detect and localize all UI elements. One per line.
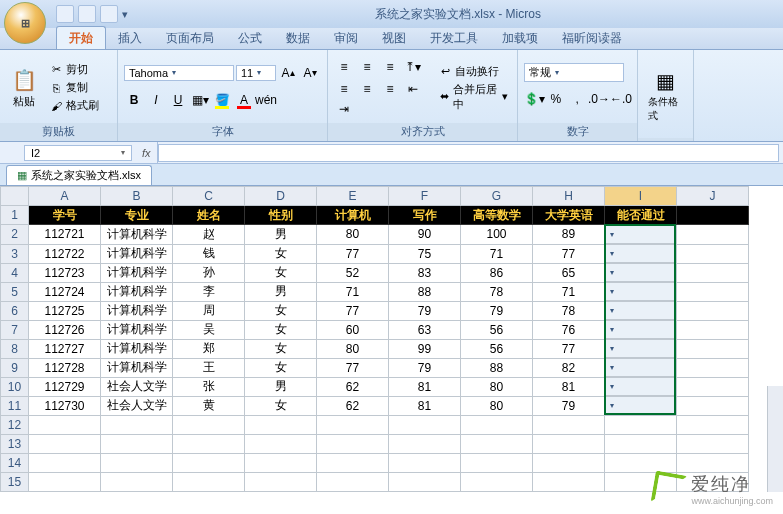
- cell-C7[interactable]: 吴: [173, 320, 245, 339]
- cell-E4[interactable]: 52: [317, 263, 389, 282]
- format-painter-button[interactable]: 🖌格式刷: [46, 97, 102, 114]
- cell-I5[interactable]: [605, 282, 676, 301]
- merge-center-button[interactable]: ⬌合并后居中▾: [435, 81, 511, 113]
- tab-7[interactable]: 开发工具: [418, 27, 490, 49]
- cell-I11[interactable]: [605, 396, 676, 415]
- cell-H12[interactable]: [533, 416, 605, 435]
- formula-input[interactable]: [158, 144, 779, 162]
- col-header-F[interactable]: F: [389, 187, 461, 206]
- cell-A8[interactable]: 112727: [29, 339, 101, 358]
- cell-G8[interactable]: 56: [461, 339, 533, 358]
- cell-I2[interactable]: [605, 225, 676, 244]
- cell-D10[interactable]: 男: [245, 377, 317, 396]
- cell-E15[interactable]: [317, 473, 389, 492]
- cell-F10[interactable]: 81: [389, 377, 461, 396]
- row-header-15[interactable]: 15: [1, 473, 29, 492]
- copy-button[interactable]: ⎘复制: [46, 79, 102, 96]
- cell-G10[interactable]: 80: [461, 377, 533, 396]
- italic-button[interactable]: I: [146, 90, 166, 110]
- cell-C13[interactable]: [173, 435, 245, 454]
- col-header-H[interactable]: H: [533, 187, 605, 206]
- col-header-E[interactable]: E: [317, 187, 389, 206]
- cell-B2[interactable]: 计算机科学: [101, 225, 173, 245]
- indent-inc-button[interactable]: ⇥: [334, 99, 354, 119]
- col-header-C[interactable]: C: [173, 187, 245, 206]
- font-name-select[interactable]: Tahoma: [124, 65, 234, 81]
- cell-A7[interactable]: 112726: [29, 320, 101, 339]
- cell-G11[interactable]: 80: [461, 396, 533, 416]
- cell-A10[interactable]: 112729: [29, 377, 101, 396]
- cell-I3[interactable]: [605, 244, 676, 263]
- cell-A1[interactable]: 学号: [29, 206, 101, 225]
- cell-D11[interactable]: 女: [245, 396, 317, 416]
- cell-B13[interactable]: [101, 435, 173, 454]
- tab-5[interactable]: 审阅: [322, 27, 370, 49]
- font-size-select[interactable]: 11: [236, 65, 276, 81]
- dec-decimal-button[interactable]: ←.0: [611, 89, 631, 109]
- name-box[interactable]: I2: [24, 145, 132, 161]
- row-header-9[interactable]: 9: [1, 358, 29, 377]
- cell-F11[interactable]: 81: [389, 396, 461, 416]
- cell-F15[interactable]: [389, 473, 461, 492]
- cell-J13[interactable]: [677, 435, 749, 454]
- cell-D6[interactable]: 女: [245, 301, 317, 320]
- cell-I4[interactable]: [605, 263, 676, 282]
- cell-F7[interactable]: 63: [389, 320, 461, 339]
- cell-J6[interactable]: [677, 301, 749, 320]
- cell-F1[interactable]: 写作: [389, 206, 461, 225]
- cell-H14[interactable]: [533, 454, 605, 473]
- cell-I14[interactable]: [605, 454, 677, 473]
- row-header-3[interactable]: 3: [1, 244, 29, 263]
- cell-I13[interactable]: [605, 435, 677, 454]
- cell-H13[interactable]: [533, 435, 605, 454]
- cell-E3[interactable]: 77: [317, 244, 389, 263]
- cell-G15[interactable]: [461, 473, 533, 492]
- fill-color-button[interactable]: 🪣: [212, 90, 232, 110]
- cell-I10[interactable]: [605, 377, 676, 396]
- cell-J4[interactable]: [677, 263, 749, 282]
- col-header-A[interactable]: A: [29, 187, 101, 206]
- cell-D5[interactable]: 男: [245, 282, 317, 301]
- cell-H7[interactable]: 76: [533, 320, 605, 339]
- cell-D9[interactable]: 女: [245, 358, 317, 377]
- office-button[interactable]: ⊞: [4, 2, 46, 44]
- cell-B11[interactable]: 社会人文学: [101, 396, 173, 416]
- cell-H9[interactable]: 82: [533, 358, 605, 377]
- row-header-11[interactable]: 11: [1, 396, 29, 416]
- inc-decimal-button[interactable]: .0→: [589, 89, 609, 109]
- qat-more-icon[interactable]: ▾: [122, 8, 128, 21]
- cell-A13[interactable]: [29, 435, 101, 454]
- col-header-J[interactable]: J: [677, 187, 749, 206]
- cell-F13[interactable]: [389, 435, 461, 454]
- row-header-8[interactable]: 8: [1, 339, 29, 358]
- cell-C2[interactable]: 赵: [173, 225, 245, 245]
- cell-F3[interactable]: 75: [389, 244, 461, 263]
- col-header-I[interactable]: I: [605, 187, 677, 206]
- cell-D4[interactable]: 女: [245, 263, 317, 282]
- workbook-tab[interactable]: ▦ 系统之家实验文档.xlsx: [6, 165, 152, 185]
- cell-G1[interactable]: 高等数学: [461, 206, 533, 225]
- cell-H8[interactable]: 77: [533, 339, 605, 358]
- cell-C11[interactable]: 黄: [173, 396, 245, 416]
- bold-button[interactable]: B: [124, 90, 144, 110]
- cell-F8[interactable]: 99: [389, 339, 461, 358]
- align-center-button[interactable]: ≡: [357, 79, 377, 99]
- cell-F12[interactable]: [389, 416, 461, 435]
- cell-J14[interactable]: [677, 454, 749, 473]
- cell-J12[interactable]: [677, 416, 749, 435]
- decrease-font-button[interactable]: A▾: [300, 63, 320, 83]
- comma-button[interactable]: ,: [568, 89, 588, 109]
- row-header-14[interactable]: 14: [1, 454, 29, 473]
- cell-J3[interactable]: [677, 244, 749, 263]
- cell-E8[interactable]: 80: [317, 339, 389, 358]
- cell-H15[interactable]: [533, 473, 605, 492]
- cell-J1[interactable]: [677, 206, 749, 225]
- phonetic-button[interactable]: wén: [256, 90, 276, 110]
- align-right-button[interactable]: ≡: [380, 79, 400, 99]
- cell-D13[interactable]: [245, 435, 317, 454]
- cell-B4[interactable]: 计算机科学: [101, 263, 173, 282]
- cell-C4[interactable]: 孙: [173, 263, 245, 282]
- cell-B10[interactable]: 社会人文学: [101, 377, 173, 396]
- cell-D7[interactable]: 女: [245, 320, 317, 339]
- cell-C3[interactable]: 钱: [173, 244, 245, 263]
